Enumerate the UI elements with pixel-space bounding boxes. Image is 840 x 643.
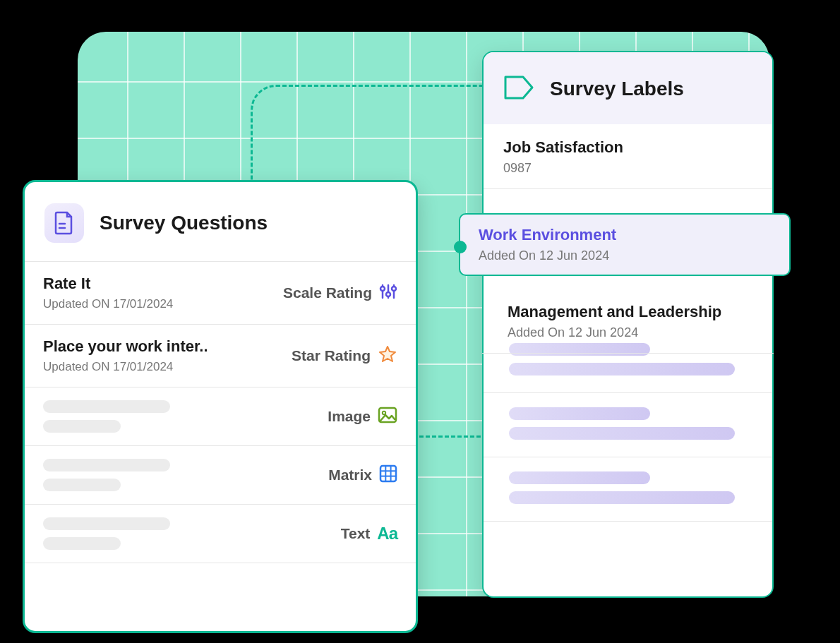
question-row-image[interactable]: Image — [25, 387, 416, 446]
label-row-skeleton — [484, 393, 772, 457]
label-row-work-environment-active[interactable]: Work Environment Added On 12 Jun 2024 — [459, 213, 791, 276]
label-title: Management and Leadership — [508, 303, 754, 321]
question-title: Rate It — [43, 275, 173, 293]
skeleton-line — [509, 491, 735, 504]
survey-questions-title: Survey Questions — [100, 212, 268, 234]
question-subtitle: Updated ON 17/01/2024 — [43, 297, 173, 311]
image-icon — [378, 407, 397, 427]
skeleton-line — [43, 537, 121, 550]
skeleton-line — [509, 427, 735, 440]
question-subtitle: Updated ON 17/01/2024 — [43, 360, 208, 374]
question-row-text[interactable]: Text Aa — [25, 505, 416, 563]
label-subtitle: 0987 — [503, 161, 752, 176]
skeleton-line — [43, 459, 170, 471]
label-row-management[interactable]: Management and Leadership Added On 12 Ju… — [482, 289, 774, 354]
svg-point-9 — [383, 411, 385, 414]
text-icon: Aa — [377, 524, 397, 543]
survey-questions-panel: Survey Questions Rate It Updated ON 17/0… — [23, 180, 418, 633]
skeleton-line — [43, 517, 170, 530]
sliders-icon — [379, 282, 397, 304]
skeleton-line — [509, 471, 650, 484]
question-row-work-inter[interactable]: Place your work inter.. Updated ON 17/01… — [25, 325, 416, 387]
grid-icon — [379, 464, 397, 486]
question-type-label: Star Rating — [292, 347, 371, 364]
svg-point-7 — [392, 287, 396, 291]
label-subtitle: Added On 12 Jun 2024 — [479, 248, 771, 263]
skeleton-line — [509, 407, 650, 420]
survey-labels-header: Survey Labels — [484, 52, 772, 124]
question-row-rate-it[interactable]: Rate It Updated ON 17/01/2024 Scale Rati… — [25, 262, 416, 325]
document-icon — [44, 203, 84, 243]
question-row-matrix[interactable]: Matrix — [25, 446, 416, 505]
skeleton-line — [43, 479, 121, 491]
question-type-label: Image — [328, 408, 371, 425]
svg-point-5 — [386, 292, 390, 296]
survey-questions-header: Survey Questions — [25, 182, 416, 262]
tag-icon — [503, 75, 534, 103]
question-type-label: Scale Rating — [283, 284, 372, 301]
question-type-label: Matrix — [328, 467, 372, 483]
star-icon — [378, 344, 397, 368]
question-title: Place your work inter.. — [43, 337, 208, 356]
skeleton-line — [43, 420, 121, 433]
question-type-label: Text — [341, 525, 371, 542]
label-subtitle: Added On 12 Jun 2024 — [508, 325, 754, 340]
skeleton-line — [43, 400, 170, 413]
survey-labels-title: Survey Labels — [550, 78, 684, 100]
label-title: Work Environment — [479, 226, 771, 244]
label-row-skeleton — [484, 457, 772, 522]
svg-rect-10 — [380, 466, 396, 481]
label-row-job-satisfaction[interactable]: Job Satisfaction 0987 — [484, 124, 772, 189]
skeleton-line — [509, 363, 735, 375]
svg-point-3 — [380, 287, 385, 291]
label-title: Job Satisfaction — [503, 138, 752, 157]
